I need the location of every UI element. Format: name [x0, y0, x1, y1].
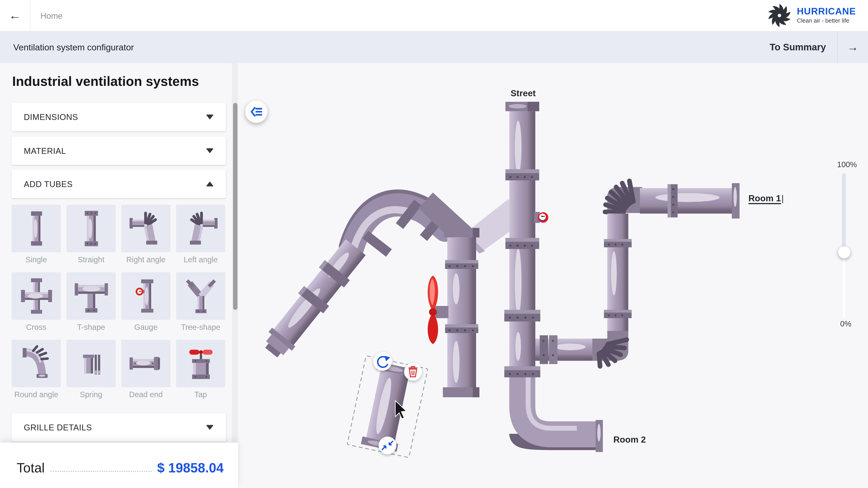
- top-header: ← Home HURRICANE: [0, 0, 868, 32]
- tube-tile-spring[interactable]: Spring: [66, 340, 116, 399]
- back-button[interactable]: ←: [0, 0, 31, 31]
- tube-tile-cross[interactable]: Cross: [11, 272, 61, 332]
- brand-name: HURRICANE: [797, 7, 856, 17]
- accordion-label: DIMENSIONS: [24, 112, 78, 122]
- accordion-material[interactable]: MATERIAL: [11, 137, 226, 165]
- accordion-dimensions[interactable]: DIMENSIONS: [11, 103, 226, 131]
- tube-tile-label: Single: [26, 255, 47, 265]
- selected-tube[interactable]: [347, 352, 428, 458]
- street-label[interactable]: Street: [498, 89, 548, 98]
- delete-button[interactable]: [404, 363, 422, 381]
- back-arrow-icon: ←: [9, 9, 21, 22]
- tube-tile-gauge[interactable]: Gauge: [121, 272, 170, 332]
- street-pipe[interactable]: [504, 102, 603, 452]
- tube-tile-left-angle[interactable]: Left angle: [176, 205, 225, 264]
- accordion-add-tubes[interactable]: ADD TUBES: [11, 170, 226, 198]
- accordion-grille-details[interactable]: GRILLE DETAILS: [11, 413, 226, 442]
- room1-label-text[interactable]: Room 1: [748, 194, 781, 204]
- hurricane-fan-icon: [767, 3, 792, 28]
- chevron-up-icon: [206, 182, 214, 186]
- zoom-slider-track-upper[interactable]: [842, 173, 846, 252]
- tube-tile-label: Tap: [194, 390, 207, 400]
- to-summary-button[interactable]: To Summary: [770, 42, 826, 53]
- zoom-max-label: 100%: [818, 160, 857, 169]
- tube-tile-round-angle[interactable]: Round angle: [11, 340, 61, 399]
- total-amount: $ 19858.04: [157, 460, 223, 476]
- tube-tile-label: Tree-shape: [181, 323, 220, 332]
- pipe-tree-shape-icon: [176, 272, 225, 320]
- tube-tile-dead-end[interactable]: Dead end: [121, 340, 170, 399]
- tube-tile-label: Straight: [78, 255, 104, 265]
- pipe-tap-icon: [176, 340, 225, 387]
- accordion-label: MATERIAL: [24, 146, 66, 156]
- collapse-panel-icon: [250, 106, 262, 118]
- tube-tile-right-angle[interactable]: Right angle: [121, 205, 170, 264]
- brand-logo: HURRICANE Clean air - better life: [767, 3, 856, 28]
- tube-tile-label: Round angle: [14, 390, 58, 400]
- room2-label[interactable]: Room 2: [613, 435, 646, 445]
- pipe-gauge-icon: [121, 272, 170, 320]
- pipe-left-angle-icon: [176, 205, 225, 252]
- breadcrumb-home[interactable]: Home: [40, 11, 63, 20]
- middle-pipe-with-valve[interactable]: [428, 228, 479, 397]
- pipe-t-shape-icon: [66, 272, 116, 320]
- rotate-button[interactable]: [373, 352, 392, 371]
- tube-tile-straight[interactable]: Straight: [66, 205, 116, 264]
- tube-tile-tap[interactable]: Tap: [176, 340, 225, 399]
- pipe-spring-icon: [66, 340, 116, 387]
- collapse-sidebar-button[interactable]: [245, 101, 268, 123]
- zoom-min-label: 0%: [818, 319, 851, 328]
- tube-tile-label: Cross: [26, 323, 46, 332]
- pipe-right-angle-icon: [121, 205, 170, 252]
- chevron-down-icon: [206, 425, 214, 430]
- accordion-label: ADD TUBES: [24, 179, 72, 189]
- room1-label[interactable]: Room 1|: [748, 194, 784, 203]
- tube-tile-label: Gauge: [134, 323, 158, 332]
- diagonal-pipe[interactable]: [259, 237, 368, 363]
- configurator-toolbar: Ventilation system configurator To Summa…: [0, 32, 868, 63]
- pipe-straight-icon: [66, 205, 116, 252]
- page-title: Ventilation system configurator: [13, 42, 134, 52]
- bottom-connector-pipe[interactable]: [535, 335, 597, 364]
- tube-tile-single[interactable]: Single: [11, 205, 61, 264]
- tube-tile-label: T-shape: [77, 323, 105, 332]
- pipe-dead-end-icon: [121, 340, 170, 387]
- chevron-down-icon: [206, 148, 214, 153]
- pipe-network-canvas[interactable]: [238, 63, 868, 488]
- pipe-single-icon: [11, 205, 61, 252]
- pipe-cross-icon: [11, 272, 61, 320]
- tube-tile-label: Dead end: [129, 390, 163, 400]
- total-leader-dots: [50, 471, 152, 472]
- accordion-label: GRILLE DETAILS: [24, 423, 92, 432]
- brand-text: HURRICANE Clean air - better life: [797, 7, 856, 24]
- total-label: Total: [17, 460, 44, 476]
- sidebar-scrollbar-thumb[interactable]: [233, 103, 238, 310]
- brand-tagline: Clean air - better life: [797, 18, 856, 24]
- chevron-down-icon: [206, 115, 214, 120]
- room1-branch-pipe[interactable]: [592, 181, 739, 366]
- zoom-slider-thumb[interactable]: [838, 246, 850, 258]
- text-cursor: |: [781, 194, 784, 203]
- tube-catalog-grid: Single Straight: [11, 205, 227, 407]
- tube-tile-label: Right angle: [126, 255, 165, 265]
- total-bar: Total $ 19858.04: [0, 443, 238, 488]
- pipe-round-angle-icon: [11, 340, 61, 387]
- resize-button[interactable]: [379, 436, 396, 454]
- ventilation-configurator-app: ← Home HURRICANE: [0, 0, 868, 488]
- tube-tile-tree-shape[interactable]: Tree-shape: [176, 272, 225, 332]
- zoom-slider-track-lower[interactable]: [842, 252, 846, 319]
- to-summary-arrow-icon[interactable]: →: [837, 41, 868, 54]
- sidebar-title: Industrial ventilation systems: [12, 74, 199, 89]
- tube-tile-label: Left angle: [184, 255, 218, 265]
- pressure-gauge[interactable]: [534, 212, 548, 223]
- tube-tile-label: Spring: [80, 390, 102, 400]
- tube-tile-t-shape[interactable]: T-shape: [66, 272, 116, 332]
